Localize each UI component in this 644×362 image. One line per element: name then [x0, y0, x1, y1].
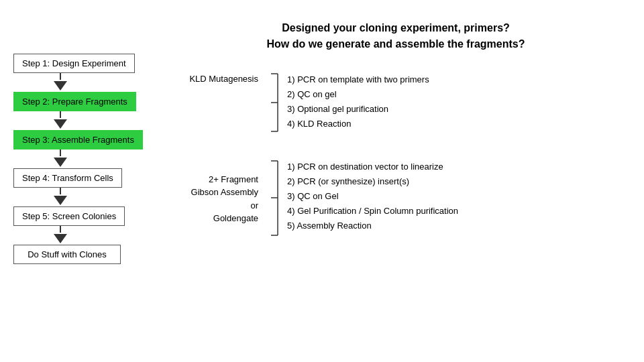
kld-bracket: [268, 72, 280, 133]
gibson-step-3: 3) QC on Gel: [287, 189, 458, 204]
gibson-step-4: 4) Gel Purification / Spin Column purifi…: [287, 204, 458, 219]
arrow-line-2: [60, 111, 61, 118]
step4-box: Step 4: Transform Cells: [13, 168, 122, 188]
gibson-steps: 1) PCR on destination vector to lineariz…: [287, 160, 458, 233]
gibson-step-2: 2) PCR (or synthesize) insert(s): [287, 174, 458, 189]
arrow-down-1: [54, 81, 67, 90]
right-column: Designed your cloning experiment, primer…: [148, 13, 631, 349]
kld-step-3: 3) Optional gel purification: [287, 102, 429, 117]
kld-step-4: 4) KLD Reaction: [287, 117, 429, 131]
arrow-down-3: [54, 158, 67, 167]
header-line2: How do we generate and assemble the frag…: [267, 38, 525, 50]
content-section: KLD Mutagenesis 1) PCR on template with …: [161, 72, 631, 237]
kld-steps: 1) PCR on template with two primers 2) Q…: [287, 72, 429, 131]
step3-box: Step 3: Assemble Fragments: [13, 130, 143, 149]
kld-bracket-svg: [268, 72, 280, 133]
arrow-down-5: [54, 234, 67, 243]
arrow-line-4: [60, 188, 61, 194]
arrow-line-3: [60, 149, 61, 156]
arrow-line-1: [60, 73, 61, 80]
gibson-bracket: [268, 160, 280, 237]
main-container: Step 1: Design Experiment Step 2: Prepar…: [0, 0, 644, 362]
header-title: Designed your cloning experiment, primer…: [161, 20, 631, 52]
gibson-label: 2+ Fragment Gibson Assembly or Goldengat…: [181, 160, 262, 225]
gibson-bracket-svg: [268, 160, 280, 237]
step2-box: Step 2: Prepare Fragments: [13, 92, 136, 111]
header-line1: Designed your cloning experiment, primer…: [282, 22, 510, 34]
kld-step-2: 2) QC on gel: [287, 87, 429, 102]
gibson-step-5: 5) Assembly Reaction: [287, 219, 458, 233]
kld-step-1: 1) PCR on template with two primers: [287, 72, 429, 87]
gibson-label-text: 2+ Fragment Gibson Assembly or Goldengat…: [191, 174, 258, 224]
gibson-row: 2+ Fragment Gibson Assembly or Goldengat…: [181, 160, 631, 237]
step5-box: Step 5: Screen Colonies: [13, 206, 125, 226]
kld-label: KLD Mutagenesis: [181, 72, 262, 86]
left-column: Step 1: Design Experiment Step 2: Prepar…: [13, 13, 148, 349]
kld-row: KLD Mutagenesis 1) PCR on template with …: [181, 72, 631, 133]
arrow-line-5: [60, 226, 61, 233]
step6-box: Do Stuff with Clones: [13, 245, 121, 264]
gibson-step-1: 1) PCR on destination vector to lineariz…: [287, 160, 458, 174]
header-section: Designed your cloning experiment, primer…: [161, 13, 631, 52]
arrow-down-2: [54, 119, 67, 129]
step1-box: Step 1: Design Experiment: [13, 54, 135, 73]
arrow-down-4: [54, 196, 67, 205]
